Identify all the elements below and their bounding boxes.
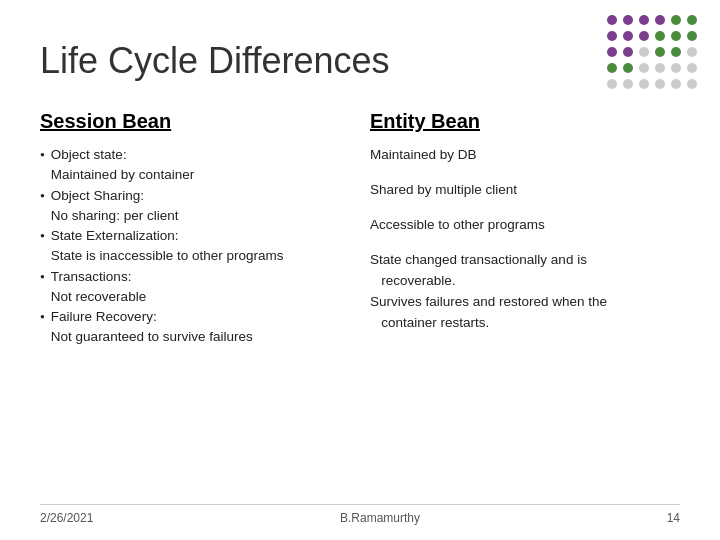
svg-point-11 — [687, 31, 697, 41]
list-item: ● Transactions:Not recoverable — [40, 267, 340, 308]
svg-point-12 — [607, 47, 617, 57]
session-bean-header: Session Bean — [40, 110, 340, 133]
bullet-icon: ● — [40, 230, 45, 242]
svg-point-26 — [639, 79, 649, 89]
session-bean-content: ● Object state:Maintained by container ●… — [40, 145, 340, 348]
svg-point-27 — [655, 79, 665, 89]
list-item: ● Object state:Maintained by container — [40, 145, 340, 186]
svg-point-22 — [671, 63, 681, 73]
svg-point-14 — [639, 47, 649, 57]
svg-point-28 — [671, 79, 681, 89]
right-block-3: Accessible to other programs — [370, 215, 680, 236]
slide-footer: 2/26/2021 B.Ramamurthy 14 — [40, 504, 680, 525]
svg-point-3 — [655, 15, 665, 25]
bullet-icon: ● — [40, 149, 45, 161]
svg-point-9 — [655, 31, 665, 41]
svg-point-7 — [623, 31, 633, 41]
svg-point-4 — [671, 15, 681, 25]
entity-bean-content: Maintained by DB Shared by multiple clie… — [370, 145, 680, 333]
svg-point-6 — [607, 31, 617, 41]
list-item: ● Failure Recovery:Not guaranteed to sur… — [40, 307, 340, 348]
item-text: Transactions:Not recoverable — [51, 267, 146, 308]
svg-point-5 — [687, 15, 697, 25]
footer-author: B.Ramamurthy — [340, 511, 420, 525]
bullet-icon: ● — [40, 311, 45, 323]
item-text: State Externalization:State is inaccessi… — [51, 226, 284, 267]
svg-point-16 — [671, 47, 681, 57]
svg-point-15 — [655, 47, 665, 57]
item-text: Failure Recovery:Not guaranteed to survi… — [51, 307, 253, 348]
svg-point-19 — [623, 63, 633, 73]
right-block-2: Shared by multiple client — [370, 180, 680, 201]
item-text: Object state:Maintained by container — [51, 145, 194, 186]
right-block-4: State changed transactionally and is rec… — [370, 250, 680, 334]
bullet-icon: ● — [40, 271, 45, 283]
svg-point-24 — [607, 79, 617, 89]
svg-point-8 — [639, 31, 649, 41]
right-block-1: Maintained by DB — [370, 145, 680, 166]
svg-point-2 — [639, 15, 649, 25]
svg-point-18 — [607, 63, 617, 73]
svg-point-23 — [687, 63, 697, 73]
entity-bean-header: Entity Bean — [370, 110, 680, 133]
svg-point-1 — [623, 15, 633, 25]
svg-point-0 — [607, 15, 617, 25]
entity-bean-column: Entity Bean Maintained by DB Shared by m… — [360, 110, 680, 348]
svg-point-21 — [655, 63, 665, 73]
list-item: ● State Externalization:State is inacces… — [40, 226, 340, 267]
svg-point-25 — [623, 79, 633, 89]
dot-grid-decoration — [600, 10, 710, 100]
footer-date: 2/26/2021 — [40, 511, 93, 525]
footer-page-number: 14 — [667, 511, 680, 525]
slide-title: Life Cycle Differences — [40, 40, 680, 82]
svg-point-29 — [687, 79, 697, 89]
session-bean-column: Session Bean ● Object state:Maintained b… — [40, 110, 360, 348]
bullet-icon: ● — [40, 190, 45, 202]
list-item: ● Object Sharing:No sharing: per client — [40, 186, 340, 227]
item-text: Object Sharing:No sharing: per client — [51, 186, 179, 227]
svg-point-20 — [639, 63, 649, 73]
svg-point-17 — [687, 47, 697, 57]
svg-point-13 — [623, 47, 633, 57]
content-columns: Session Bean ● Object state:Maintained b… — [40, 110, 680, 348]
svg-point-10 — [671, 31, 681, 41]
slide: Life Cycle Differences Session Bean ● Ob… — [0, 0, 720, 540]
